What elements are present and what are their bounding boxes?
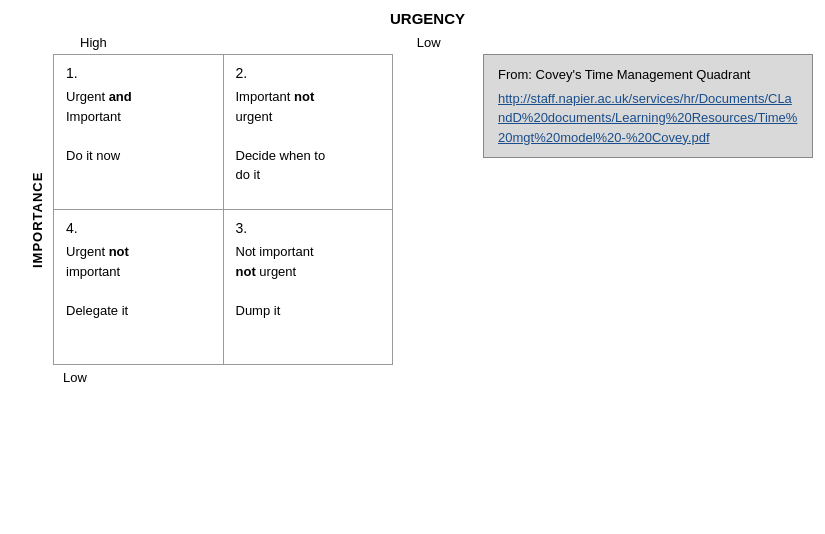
quadrant-1: 1. Urgent andImportantDo it now bbox=[54, 55, 224, 210]
high-label: High bbox=[80, 35, 107, 50]
quadrant-1-content: Urgent andImportantDo it now bbox=[66, 87, 211, 165]
low-bottom-label: Low bbox=[63, 370, 393, 385]
quadrant-3-number: 3. bbox=[236, 220, 381, 236]
right-section: From: Covey's Time Management Quadrant h… bbox=[393, 54, 813, 158]
quadrant-4: 4. Urgent notimportantDelegate it bbox=[54, 210, 224, 365]
importance-label: IMPORTANCE bbox=[30, 60, 45, 380]
urgency-title: URGENCY bbox=[50, 10, 805, 27]
quadrant-2: 2. Important noturgentDecide when todo i… bbox=[223, 55, 393, 210]
low-top-label: Low bbox=[417, 35, 441, 50]
reference-box: From: Covey's Time Management Quadrant h… bbox=[483, 54, 813, 158]
table-row-bottom: 4. Urgent notimportantDelegate it 3. Not… bbox=[54, 210, 393, 365]
quadrant-3-content: Not importantnot urgentDump it bbox=[236, 242, 381, 320]
reference-link[interactable]: http://staff.napier.ac.uk/services/hr/Do… bbox=[498, 91, 797, 145]
quadrant-table: 1. Urgent andImportantDo it now 2. Impor… bbox=[53, 54, 393, 365]
reference-from: From: Covey's Time Management Quadrant bbox=[498, 65, 798, 85]
main-content: IMPORTANCE 1. Urgent andImportantDo it n… bbox=[30, 54, 805, 385]
quadrant-2-content: Important noturgentDecide when todo it bbox=[236, 87, 381, 185]
quadrant-2-number: 2. bbox=[236, 65, 381, 81]
table-row-top: 1. Urgent andImportantDo it now 2. Impor… bbox=[54, 55, 393, 210]
quadrant-3: 3. Not importantnot urgentDump it bbox=[223, 210, 393, 365]
page-container: URGENCY High Low IMPORTANCE 1. Urgent an… bbox=[0, 0, 825, 534]
quadrant-4-content: Urgent notimportantDelegate it bbox=[66, 242, 211, 320]
quadrant-1-number: 1. bbox=[66, 65, 211, 81]
quadrant-4-number: 4. bbox=[66, 220, 211, 236]
